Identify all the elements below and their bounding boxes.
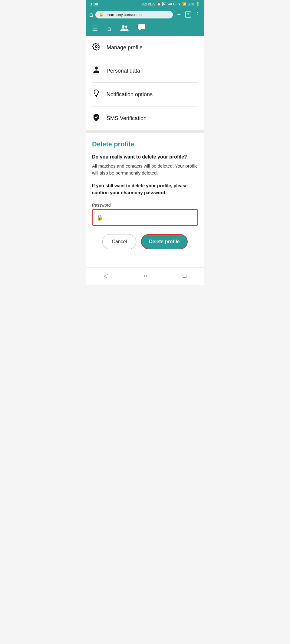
wifi-icon: ▼ [178, 2, 181, 6]
password-lock-icon: 🔒 [96, 214, 103, 221]
personal-data-label: Personal data [107, 68, 140, 74]
settings-menu: Manage profile Personal data Notificatio… [86, 36, 204, 130]
password-input[interactable] [106, 215, 194, 220]
browser-bar: ⌂ 🔒 eharmony.com/settin + 7 ⋮ [86, 8, 204, 21]
add-tab-button[interactable]: + [175, 11, 183, 18]
delete-confirm-text: If you still want to delete your profile… [92, 182, 198, 196]
home-nav-icon[interactable]: ⌂ [107, 25, 111, 32]
manage-profile-label: Manage profile [107, 44, 143, 51]
recents-button[interactable]: □ [183, 272, 186, 279]
svg-point-0 [122, 25, 125, 28]
delete-description: All matches and contacts will be deleted… [92, 163, 198, 176]
svg-point-5 [95, 67, 98, 70]
action-buttons: Cancel Delete profile [92, 234, 198, 249]
browser-home-icon[interactable]: ⌂ [89, 11, 93, 18]
delete-profile-title: Delete profile [92, 140, 198, 148]
groups-nav-icon[interactable] [120, 24, 129, 33]
n-icon: N [162, 2, 166, 6]
notification-options-label: Notification options [107, 91, 153, 98]
alarm-icon: ⏰ [157, 2, 161, 6]
tab-count[interactable]: 7 [185, 11, 191, 18]
network-speed: 952 KB/S [141, 2, 155, 6]
nav-bar: ☰ ⌂ [86, 21, 204, 36]
status-time: 1:39 [90, 2, 98, 6]
shield-icon [92, 113, 101, 123]
status-icons: 952 KB/S ⏰ N VoLTE ▼ 📶 60% 🔋 [141, 2, 200, 6]
menu-dots-icon[interactable]: ⋮ [194, 11, 201, 18]
battery: 60% [188, 2, 194, 6]
delete-question: Do you really want to delete your profil… [92, 154, 198, 160]
battery-icon: 🔋 [196, 2, 200, 6]
back-button[interactable]: ◁ [104, 272, 108, 279]
svg-point-1 [125, 26, 127, 28]
sms-verification-item[interactable]: SMS Verification [92, 106, 198, 130]
home-button[interactable]: ○ [143, 272, 147, 279]
cancel-button[interactable]: Cancel [102, 234, 136, 249]
lock-icon: 🔒 [99, 12, 104, 17]
url-bar[interactable]: 🔒 eharmony.com/settin [95, 11, 173, 18]
section-divider [86, 130, 204, 133]
status-bar: 1:39 952 KB/S ⏰ N VoLTE ▼ 📶 60% 🔋 [86, 0, 204, 8]
url-text: eharmony.com/settin [105, 12, 142, 17]
svg-marker-3 [138, 29, 141, 31]
personal-data-item[interactable]: Personal data [92, 59, 198, 83]
chat-nav-icon[interactable] [138, 24, 146, 33]
password-label: Password [92, 203, 198, 208]
sms-verification-label: SMS Verification [107, 115, 147, 122]
volte-icon: VoLTE [167, 2, 176, 6]
hamburger-menu-icon[interactable]: ☰ [92, 25, 98, 32]
svg-rect-2 [138, 24, 145, 29]
password-input-wrapper[interactable]: 🔒 [92, 209, 198, 226]
signal-icon: 📶 [182, 2, 186, 6]
system-nav: ◁ ○ □ [86, 267, 204, 285]
person-icon [92, 66, 101, 76]
notification-options-item[interactable]: Notification options [92, 83, 198, 106]
gear-icon [92, 43, 101, 52]
delete-profile-button[interactable]: Delete profile [141, 234, 187, 249]
delete-profile-section: Delete profile Do you really want to del… [86, 133, 204, 267]
lightbulb-icon [92, 89, 101, 100]
manage-profile-item[interactable]: Manage profile [92, 36, 198, 59]
svg-point-4 [95, 46, 97, 48]
